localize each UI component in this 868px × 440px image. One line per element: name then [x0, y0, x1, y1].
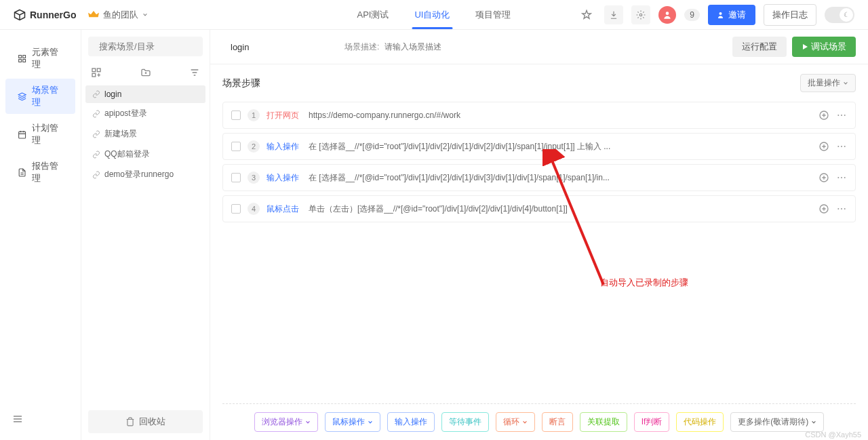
top-header: RunnerGo 鱼的团队 API测试 UI自动化 项目管理 9 邀请 操作日志… — [0, 0, 868, 30]
logo[interactable]: RunnerGo — [14, 9, 76, 21]
trash-icon — [125, 417, 135, 426]
steps-title: 场景步骤 — [222, 77, 260, 89]
more-icon[interactable] — [836, 141, 847, 152]
add-step-icon[interactable] — [818, 203, 829, 214]
scene-item-apipost[interactable]: apipost登录 — [85, 104, 205, 123]
add-step-icon[interactable] — [818, 172, 829, 183]
link-icon — [92, 130, 100, 138]
nav-label: 元素管理 — [32, 46, 63, 71]
scene-item-label: login — [104, 89, 121, 99]
recycle-button[interactable]: 回收站 — [88, 410, 203, 433]
desc-label: 场景描述: — [344, 41, 379, 53]
action-extract[interactable]: 关联提取 — [580, 412, 627, 432]
action-browser[interactable]: 浏览器操作 — [254, 412, 318, 432]
header-right: 9 邀请 操作日志 ☾ — [577, 4, 854, 26]
collapse-sidebar-icon[interactable] — [12, 414, 23, 426]
logo-text: RunnerGo — [30, 9, 76, 20]
action-wait[interactable]: 等待事件 — [441, 412, 489, 432]
scene-item-qq[interactable]: QQ邮箱登录 — [85, 144, 205, 164]
svg-point-14 — [841, 115, 842, 116]
step-checkbox[interactable] — [231, 173, 241, 182]
nav-project-mgmt[interactable]: 项目管理 — [473, 1, 513, 29]
svg-point-26 — [841, 208, 842, 209]
team-name: 鱼的团队 — [103, 9, 138, 21]
svg-point-23 — [844, 177, 846, 178]
download-icon[interactable] — [604, 5, 623, 24]
add-step-icon[interactable] — [818, 141, 829, 152]
svg-point-27 — [844, 208, 846, 209]
nav-label: 场景管理 — [32, 84, 63, 108]
add-step-icon[interactable] — [818, 110, 829, 121]
folder-add-icon[interactable] — [140, 67, 151, 78]
svg-point-21 — [837, 177, 839, 178]
step-number: 4 — [248, 203, 260, 215]
scene-toolbar — [81, 63, 210, 85]
invite-button[interactable]: 邀请 — [708, 5, 755, 25]
svg-rect-6 — [23, 59, 26, 62]
operation-log-button[interactable]: 操作日志 — [764, 4, 816, 26]
step-row[interactable]: 2 输入操作 在 [选择器__//*[@id="root"]/div[1]/di… — [222, 133, 856, 160]
nav-api-test[interactable]: API测试 — [355, 1, 392, 29]
action-mouse[interactable]: 鼠标操作 — [325, 412, 380, 432]
step-checkbox[interactable] — [231, 142, 241, 151]
action-input[interactable]: 输入操作 — [387, 412, 435, 432]
star-icon[interactable] — [577, 5, 596, 24]
more-icon[interactable] — [836, 110, 847, 121]
settings-icon[interactable] — [631, 5, 650, 24]
svg-rect-7 — [19, 132, 26, 138]
nav-plans[interactable]: 计划管理 — [5, 117, 75, 152]
action-more[interactable]: 更多操作(敬请期待) — [730, 412, 824, 432]
batch-operation-button[interactable]: 批量操作 — [800, 74, 856, 92]
action-assert[interactable]: 断言 — [542, 412, 573, 432]
search-input[interactable] — [99, 41, 213, 52]
add-icon[interactable] — [91, 67, 102, 78]
more-icon[interactable] — [836, 172, 847, 183]
action-code[interactable]: 代码操作 — [676, 412, 724, 432]
svg-point-2 — [719, 12, 722, 15]
search-box[interactable] — [88, 37, 203, 56]
user-count[interactable]: 9 — [684, 9, 700, 21]
step-checkbox[interactable] — [231, 204, 241, 214]
link-icon — [92, 110, 100, 118]
step-type: 打开网页 — [267, 110, 302, 121]
svg-point-13 — [837, 115, 839, 116]
scene-panel: login apipost登录 新建场景 QQ邮箱登录 demo登录runner… — [81, 30, 210, 440]
step-checkbox[interactable] — [231, 111, 241, 120]
scene-item-login[interactable]: login — [85, 85, 205, 103]
watermark: CSDN @Xayh55 — [805, 431, 861, 439]
scene-description: 场景描述: — [344, 41, 466, 53]
step-type: 鼠标点击 — [267, 203, 302, 215]
recycle-label: 回收站 — [139, 416, 165, 428]
filter-icon[interactable] — [189, 67, 200, 78]
debug-scene-button[interactable]: 调试场景 — [792, 37, 856, 57]
nav-ui-automation[interactable]: UI自动化 — [412, 1, 452, 29]
scene-item-new[interactable]: 新建场景 — [85, 124, 205, 144]
svg-point-17 — [837, 146, 839, 147]
desc-input[interactable] — [384, 42, 466, 52]
action-if[interactable]: If判断 — [634, 412, 670, 432]
scene-name-input[interactable] — [222, 38, 331, 56]
nav-elements[interactable]: 元素管理 — [5, 41, 75, 76]
moon-icon: ☾ — [840, 8, 853, 22]
avatar[interactable] — [658, 6, 676, 24]
step-row[interactable]: 4 鼠标点击 单击（左击）[选择器__//*[@id="root"]/div[1… — [222, 195, 856, 222]
run-config-button[interactable]: 运行配置 — [732, 37, 787, 57]
scene-header: 场景描述: 运行配置 调试场景 — [210, 30, 868, 64]
debug-label: 调试场景 — [811, 41, 846, 53]
action-loop[interactable]: 循环 — [496, 412, 535, 432]
svg-point-18 — [841, 146, 842, 147]
scene-item-demo[interactable]: demo登录runnergo — [85, 165, 205, 184]
chevron-down-icon — [368, 420, 373, 425]
step-content: 在 [选择器__//*[@id="root"]/div[1]/div[2]/di… — [309, 141, 812, 153]
svg-point-19 — [844, 146, 846, 147]
scene-list: login apipost登录 新建场景 QQ邮箱登录 demo登录runner… — [81, 85, 210, 403]
theme-toggle[interactable]: ☾ — [825, 7, 854, 23]
team-switcher[interactable]: 鱼的团队 — [88, 9, 148, 21]
step-row[interactable]: 1 打开网页 https://demo-company.runnergo.cn/… — [222, 102, 856, 129]
more-icon[interactable] — [836, 203, 847, 214]
invite-label: 邀请 — [728, 9, 746, 21]
nav-reports[interactable]: 报告管理 — [5, 155, 75, 190]
step-row[interactable]: 3 输入操作 在 [选择器__//*[@id="root"]/div[1]/di… — [222, 164, 856, 191]
logo-icon — [14, 9, 26, 21]
nav-scenes[interactable]: 场景管理 — [5, 79, 75, 114]
